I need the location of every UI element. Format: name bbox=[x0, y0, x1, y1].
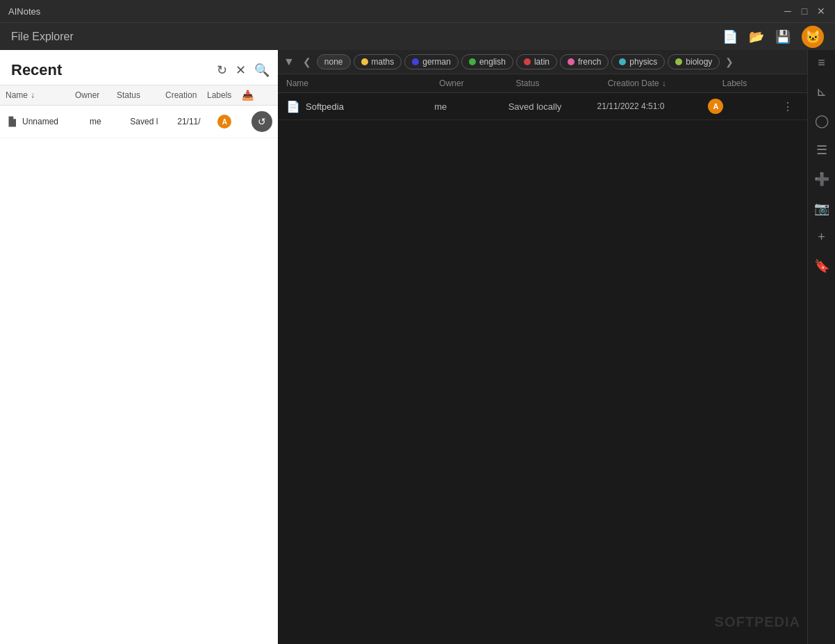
tag-french-label: french bbox=[578, 57, 601, 67]
watermark: SOFTPEDIA bbox=[715, 614, 800, 630]
recent-title: Recent bbox=[11, 61, 62, 79]
recent-files: Unnamed me Saved l 21/11/ A ↺ bbox=[0, 106, 278, 644]
tag-biology-dot bbox=[675, 58, 682, 65]
open-folder-icon[interactable]: 📂 bbox=[749, 29, 764, 44]
filter-bar: ▼ ❮ none maths german english latin bbox=[278, 50, 807, 74]
tag-latin-label: latin bbox=[534, 57, 549, 67]
main: Recent ↻ ✕ 🔍 Name ↓ Owner Status Creatio… bbox=[0, 50, 835, 644]
tag-english[interactable]: english bbox=[461, 54, 513, 69]
fcol-date[interactable]: Creation Date ↓ bbox=[608, 79, 722, 88]
header-icons: 📄 📂 💾 🐱 bbox=[722, 26, 824, 48]
recent-columns: Name ↓ Owner Status Creation Labels 📥 bbox=[0, 85, 278, 106]
tag-physics-dot bbox=[619, 58, 626, 65]
col-labels-header: Labels bbox=[207, 90, 242, 100]
tag-biology[interactable]: biology bbox=[668, 54, 720, 69]
right-panel: ▼ ❮ none maths german english latin bbox=[278, 50, 807, 644]
recent-file-name: Unnamed bbox=[22, 117, 90, 126]
circle-icon[interactable]: ◯ bbox=[815, 113, 829, 129]
new-file-icon[interactable]: 📄 bbox=[722, 29, 738, 44]
left-panel: Recent ↻ ✕ 🔍 Name ↓ Owner Status Creatio… bbox=[0, 50, 278, 644]
table-row[interactable]: Unnamed me Saved l 21/11/ A ↺ bbox=[0, 106, 278, 138]
col-owner-header: Owner bbox=[75, 90, 117, 100]
close-recent-button[interactable]: ✕ bbox=[235, 63, 246, 78]
recent-file-labels: A bbox=[217, 115, 251, 129]
more-options-button[interactable]: ⋮ bbox=[782, 100, 793, 113]
fcol-labels: Labels bbox=[722, 79, 799, 88]
add-circle-icon[interactable]: ➕ bbox=[814, 172, 829, 187]
sort-arrow-icon: ↓ bbox=[31, 90, 35, 100]
right-sidebar: ≡ ⊾ ◯ ☰ ➕ 📷 + 🔖 bbox=[807, 50, 835, 644]
recent-file-creation: 21/11/ bbox=[177, 117, 217, 126]
tag-biology-label: biology bbox=[686, 57, 712, 67]
tag-latin-dot bbox=[524, 58, 531, 65]
col-creation-header: Creation bbox=[165, 90, 207, 100]
document-icon bbox=[6, 115, 18, 128]
tag-nav-right-button[interactable]: ❯ bbox=[722, 55, 736, 69]
recent-header: Recent ↻ ✕ 🔍 bbox=[0, 50, 278, 85]
fcol-status: Status bbox=[515, 79, 607, 88]
file-action-cell[interactable]: ⋮ bbox=[782, 100, 799, 113]
save-icon[interactable]: 💾 bbox=[775, 29, 791, 44]
tag-latin[interactable]: latin bbox=[516, 54, 557, 69]
maximize-button[interactable]: □ bbox=[799, 6, 810, 17]
grid-icon[interactable]: ⊾ bbox=[816, 84, 827, 99]
tag-french-dot bbox=[568, 58, 574, 65]
fcol-name[interactable]: Name bbox=[286, 79, 439, 88]
recent-avatar: A bbox=[217, 115, 231, 129]
list-detail-icon[interactable]: ☰ bbox=[816, 142, 827, 158]
col-name-header[interactable]: Name ↓ bbox=[6, 90, 75, 100]
bookmark-icon[interactable]: 🔖 bbox=[814, 258, 829, 274]
file-owner-cell: me bbox=[434, 101, 509, 112]
header-title: File Explorer bbox=[11, 31, 74, 43]
recent-file-status: Saved l bbox=[130, 117, 177, 126]
col-status-header: Status bbox=[117, 90, 165, 100]
tag-none-label: none bbox=[324, 57, 343, 67]
avatar-icon[interactable]: 🐱 bbox=[802, 26, 824, 48]
table-row[interactable]: 📄 Softpedia me Saved locally 21/11/2022 … bbox=[278, 93, 807, 120]
tag-maths-label: maths bbox=[372, 57, 395, 67]
refresh-button[interactable]: ↻ bbox=[217, 63, 227, 78]
minimize-button[interactable]: ─ bbox=[782, 6, 793, 17]
tag-german[interactable]: german bbox=[404, 54, 458, 69]
doc-icon: 📄 bbox=[286, 100, 300, 113]
titlebar: AINotes ─ □ ✕ bbox=[0, 0, 835, 22]
file-list: 📄 Softpedia me Saved locally 21/11/2022 … bbox=[278, 93, 807, 644]
file-date-cell: 21/11/2022 4:51:0 bbox=[597, 101, 709, 111]
tag-maths-dot bbox=[361, 58, 368, 65]
search-button[interactable]: 🔍 bbox=[254, 63, 270, 78]
file-avatar: A bbox=[708, 99, 723, 114]
file-columns: Name Owner Status Creation Date ↓ Labels bbox=[278, 74, 807, 93]
tag-none[interactable]: none bbox=[317, 54, 351, 69]
close-button[interactable]: ✕ bbox=[816, 6, 827, 17]
file-name-cell: 📄 Softpedia bbox=[286, 100, 434, 113]
plus-icon[interactable]: + bbox=[818, 230, 825, 245]
app-title: AINotes bbox=[8, 6, 40, 17]
recent-actions: ↻ ✕ 🔍 bbox=[217, 63, 270, 78]
tag-physics[interactable]: physics bbox=[611, 54, 665, 69]
tag-physics-label: physics bbox=[629, 57, 657, 67]
tag-german-dot bbox=[412, 58, 419, 65]
recent-file-action[interactable]: ↺ bbox=[251, 111, 272, 132]
titlebar-controls[interactable]: ─ □ ✕ bbox=[782, 6, 827, 17]
camera-icon[interactable]: 📷 bbox=[814, 201, 829, 216]
col-action-header: 📥 bbox=[242, 90, 263, 101]
tag-maths[interactable]: maths bbox=[354, 54, 402, 69]
titlebar-left: AINotes bbox=[8, 6, 40, 17]
import-button[interactable]: ↺ bbox=[251, 111, 272, 132]
file-status-cell: Saved locally bbox=[509, 101, 597, 112]
import-icon[interactable]: 📥 bbox=[242, 90, 254, 101]
recent-file-owner: me bbox=[90, 117, 130, 126]
sort-date-icon: ↓ bbox=[662, 79, 666, 88]
header: File Explorer 📄 📂 💾 🐱 bbox=[0, 22, 835, 50]
fcol-owner: Owner bbox=[439, 79, 515, 88]
tag-nav-left-button[interactable]: ❮ bbox=[300, 55, 314, 69]
file-labels-cell: A bbox=[708, 99, 782, 114]
tag-english-dot bbox=[469, 58, 476, 65]
tag-french[interactable]: french bbox=[560, 54, 609, 69]
tag-english-label: english bbox=[479, 57, 506, 67]
filter-icon[interactable]: ▼ bbox=[283, 56, 295, 68]
notes-list-icon[interactable]: ≡ bbox=[818, 56, 825, 70]
tag-german-label: german bbox=[422, 57, 451, 67]
